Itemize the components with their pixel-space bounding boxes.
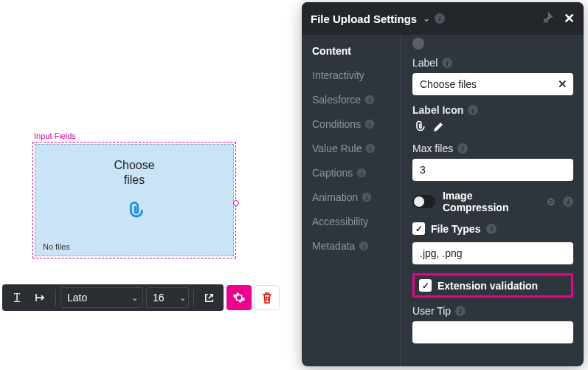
user-tip-input[interactable] — [412, 321, 573, 343]
nofiles-text: No files — [43, 242, 70, 251]
resize-handle[interactable] — [233, 200, 239, 206]
sidebar-item-accessibility[interactable]: Accessibility — [312, 216, 400, 227]
upload-label-line1: Choose — [35, 158, 233, 173]
delete-button[interactable] — [255, 285, 280, 310]
info-icon[interactable]: i — [457, 143, 468, 154]
label-field-row: Label i — [412, 57, 573, 69]
font-size-select[interactable]: 16 ⌄ — [146, 287, 189, 308]
sidebar-item-conditions[interactable]: Conditionsi — [312, 118, 400, 130]
sidebar-item-content[interactable]: Content — [312, 45, 400, 57]
info-icon[interactable]: i — [468, 105, 478, 115]
info-icon[interactable]: i — [435, 13, 445, 24]
file-types-label: File Types — [431, 223, 480, 235]
sidebar-item-captions[interactable]: Captionsi — [312, 167, 400, 179]
user-tip-row: User Tip i — [412, 305, 573, 317]
toolbar-separator — [55, 290, 56, 306]
label-input[interactable] — [412, 73, 573, 95]
user-tip-label: User Tip — [412, 305, 451, 317]
image-compression-toggle[interactable] — [412, 195, 435, 208]
label-label: Label — [412, 57, 437, 69]
text-tool-button[interactable]: T — [7, 287, 27, 308]
settings-form: Show Label Label i ✕ Label Icon i — [401, 35, 584, 366]
extension-validation-highlight: ✓ Extension validation — [412, 273, 573, 298]
chevron-down-icon: ⌄ — [131, 293, 138, 303]
canvas-region: Input Fields Choose files No files — [32, 131, 236, 258]
sidebar-item-salesforce[interactable]: Salesforcei — [312, 94, 400, 106]
info-icon: i — [366, 144, 376, 154]
label-icon-label: Label Icon — [412, 104, 463, 116]
info-icon[interactable]: i — [563, 196, 573, 207]
info-icon: i — [365, 95, 375, 105]
upload-label-line2: files — [35, 173, 233, 188]
maxfiles-row: Max files i — [412, 143, 573, 154]
toggle-icon[interactable] — [412, 38, 424, 49]
chevron-down-icon: ⌄ — [179, 293, 186, 303]
info-icon[interactable]: i — [455, 306, 466, 316]
info-icon: i — [359, 241, 369, 251]
paperclip-icon[interactable] — [412, 120, 426, 134]
clear-icon[interactable]: ✕ — [558, 78, 567, 91]
show-label-row: Show Label — [412, 38, 573, 49]
edit-icon[interactable] — [432, 120, 445, 134]
format-toolbar: T Lato ⌄ 16 ⌄ — [2, 284, 280, 311]
sidebar-item-animation[interactable]: Animationi — [312, 191, 400, 203]
maxfiles-input[interactable] — [412, 159, 573, 181]
settings-panel: File Upload Settings ⌄ i ✕ Content Inter… — [302, 2, 584, 366]
font-value: Lato — [67, 292, 87, 304]
pin-icon[interactable] — [542, 12, 553, 25]
file-types-input[interactable] — [412, 242, 573, 264]
image-compression-label: Image Compression — [443, 190, 538, 213]
font-select[interactable]: Lato ⌄ — [60, 287, 143, 308]
upload-dropzone[interactable]: Choose files No files — [35, 144, 234, 256]
image-compression-row: Image Compression ⚙ i — [412, 190, 573, 213]
toolbar-separator — [193, 290, 194, 306]
close-button[interactable]: ✕ — [564, 10, 575, 27]
settings-sidebar: Content Interactivity Salesforcei Condit… — [302, 35, 401, 366]
info-icon: i — [357, 168, 367, 178]
sidebar-item-value-rule[interactable]: Value Rulei — [312, 143, 400, 154]
panel-header: File Upload Settings ⌄ i ✕ — [302, 2, 584, 35]
maxfiles-label: Max files — [412, 143, 453, 154]
open-external-button[interactable] — [198, 287, 219, 308]
gear-icon[interactable]: ⚙ — [547, 196, 556, 208]
size-value: 16 — [153, 292, 165, 304]
info-icon: i — [365, 120, 375, 129]
sidebar-item-interactivity[interactable]: Interactivity — [312, 69, 400, 81]
extension-validation-checkbox[interactable]: ✓ — [419, 279, 432, 292]
chevron-down-icon[interactable]: ⌄ — [423, 13, 430, 24]
align-tool-button[interactable] — [30, 287, 51, 308]
toolbar-dark-group: T Lato ⌄ 16 ⌄ — [2, 284, 224, 311]
file-types-checkbox[interactable]: ✓ — [412, 222, 425, 235]
label-icon-row: Label Icon i — [412, 104, 573, 116]
file-types-row: ✓ File Types i — [412, 222, 573, 235]
panel-title: File Upload Settings — [311, 13, 417, 25]
section-label: Input Fields — [34, 131, 236, 140]
settings-button[interactable] — [226, 285, 252, 310]
paperclip-icon — [122, 201, 147, 225]
extension-validation-row: ✓ Extension validation — [419, 279, 567, 292]
sidebar-item-metadata[interactable]: Metadatai — [312, 240, 400, 252]
info-icon: i — [362, 193, 372, 202]
extension-validation-label: Extension validation — [437, 280, 538, 292]
file-upload-widget[interactable]: Choose files No files — [32, 142, 236, 258]
info-icon[interactable]: i — [486, 224, 497, 234]
info-icon[interactable]: i — [442, 58, 452, 68]
